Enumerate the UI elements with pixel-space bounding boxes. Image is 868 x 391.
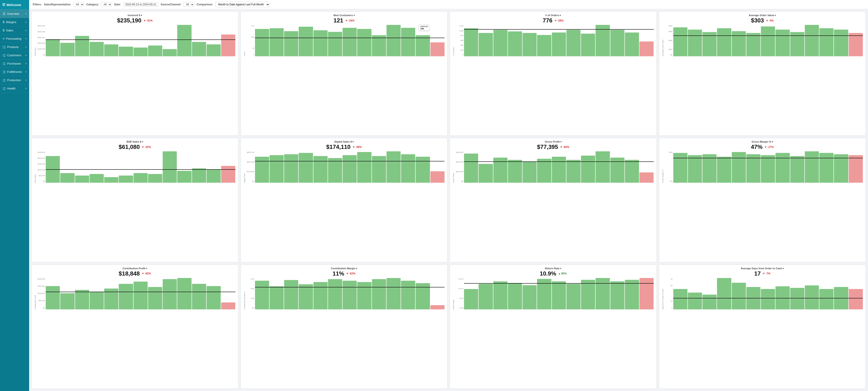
y-axis-title-avg_order_value: Average Order Value: [662, 25, 664, 56]
sidebar-label-forecasting: Forecasting: [6, 37, 21, 40]
y-axis-label: $50,000: [38, 300, 45, 302]
y-axis-contribution_profit: $162,855$150,000$100,000$50,000$0: [36, 278, 46, 309]
sidebar-item-purchases[interactable]: ◫ Purchases ▾: [0, 59, 29, 68]
bar-7: [357, 29, 371, 56]
sidebar-item-products[interactable]: ◫ Products ▾: [0, 43, 29, 51]
y-axis-label: $0: [671, 54, 673, 56]
kpi-title-avg_order_value[interactable]: Average Order Value: [662, 14, 863, 17]
change-percent: -17%: [767, 146, 774, 149]
kpi-title-return_rate[interactable]: Return Rate: [453, 267, 654, 270]
y-axis-label: 200: [460, 49, 463, 51]
bar-11: [207, 44, 221, 56]
source-channel-select[interactable]: All: [184, 2, 194, 7]
kpi-title-num_orders[interactable]: # of Orders: [453, 14, 654, 17]
bar-11: [625, 160, 639, 183]
bar-11: [415, 35, 430, 56]
kpi-change-contribution_profit: ▼ -82%: [142, 272, 151, 275]
kpi-title-b2b_sales[interactable]: B2B Sales $: [34, 140, 236, 143]
y-axis-title-invoiced: Total Sales: [34, 25, 36, 56]
kpi-title-contribution_profit[interactable]: Contribution Profit: [34, 267, 236, 270]
y-axis-title-new_customers: Count: [244, 25, 246, 56]
bars-days_order_to_cash: [673, 278, 863, 309]
kpi-title-new_customers[interactable]: New Customers: [244, 14, 445, 17]
bar-5: [328, 158, 342, 183]
bar-10: [401, 154, 415, 183]
sidebar-item-production[interactable]: ◫ Production ▾: [0, 76, 29, 84]
y-axis-label: 13.8%: [458, 278, 463, 280]
health-icon: ◫: [3, 87, 6, 90]
bar-3: [717, 278, 731, 309]
comparison-select[interactable]: Month to Date Against Last Full Month: [215, 2, 270, 7]
kpi-title-invoiced[interactable]: Invoiced $: [34, 14, 236, 17]
chart-wrapper-gross_profit: Gross Profit $298,895$200,000$100,000$0: [453, 151, 654, 183]
kpi-title-gross_profit[interactable]: Gross Profit: [453, 140, 654, 143]
sidebar-item-customers[interactable]: ◫ Customers ▾: [0, 51, 29, 59]
sales-rep-select[interactable]: All: [73, 2, 84, 7]
down-arrow-icon: ▼: [763, 272, 765, 275]
sidebar-item-forecasting[interactable]: ≡ Forecasting ▾: [0, 34, 29, 43]
sidebar-item-sales[interactable]: $ Sales ▾: [0, 26, 29, 34]
bar-10: [819, 153, 834, 183]
kpi-title-contribution_margin[interactable]: Contribution Margin: [244, 267, 445, 270]
kpi-change-avg_order_value: ▼ -4%: [766, 19, 774, 22]
kpi-change-gross_profit: ▼ -60%: [560, 146, 569, 149]
bar-5: [119, 176, 133, 183]
y-axis-label: $529,580: [38, 25, 45, 27]
bar-0: [464, 154, 478, 183]
chart-area-digital_sales: [255, 151, 445, 183]
bar-2: [284, 31, 298, 56]
bars-gross_margin: [673, 151, 863, 183]
sidebar-item-health[interactable]: ◫ Health ▾: [0, 84, 29, 93]
sidebar-item-overview[interactable]: ☰ Overview ▾: [0, 10, 29, 18]
bar-3: [508, 160, 522, 183]
bar-11: [834, 30, 848, 56]
kpi-card-gross_margin: Gross Margin % 47% ▼ -17% Gross Margin %…: [659, 138, 866, 262]
bars-contribution_margin: [255, 278, 445, 309]
bars-b2b_sales: [46, 151, 236, 183]
y-axis-label: $200,000: [38, 157, 45, 159]
y-axis-new_customers: 170100500: [246, 25, 255, 56]
sidebar-item-margins[interactable]: $ Margins ▾: [0, 18, 29, 26]
sidebar-item-fulfillments[interactable]: ◫ Fulfillments ▾: [0, 68, 29, 76]
y-axis-label: $0: [461, 180, 463, 182]
sidebar-label-customers: Customers: [7, 54, 21, 57]
bar-0: [46, 39, 60, 56]
bars-return_rate: [464, 278, 654, 309]
bar-1: [688, 293, 702, 309]
y-axis-label: 1,156: [459, 25, 463, 27]
kpi-card-gross_profit: Gross Profit $77,395 ▼ -60% Gross Profit…: [450, 138, 657, 262]
y-axis-label: $50,000: [38, 175, 45, 177]
kpi-value-b2b_sales: $61,080: [119, 144, 140, 150]
bar-10: [819, 289, 834, 309]
y-axis-label: 5.0%: [459, 297, 463, 299]
bar-0: [673, 289, 687, 309]
chart-area-b2b_sales: [46, 151, 236, 183]
bar-1: [478, 284, 493, 309]
chart-wrapper-avg_order_value: Average Order Value $458$400$300$100$0: [662, 25, 863, 56]
customers-icon: ◫: [3, 53, 6, 57]
average-line-invoiced: [46, 39, 236, 40]
kpi-change-return_rate: ▲ 80%: [558, 272, 567, 275]
y-axis-num_orders: 1,1561,0008006004002000: [455, 25, 464, 56]
category-label: Category:: [86, 3, 99, 6]
kpi-title-gross_margin[interactable]: Gross Margin %: [662, 140, 863, 143]
chart-wrapper-digital_sales: Digital Total $289,702$200,000$100,000$0: [244, 151, 445, 183]
y-axis-label: 10%: [250, 297, 254, 299]
bar-10: [610, 30, 624, 56]
category-select[interactable]: All: [101, 2, 112, 7]
bar-9: [595, 25, 610, 56]
bar-8: [372, 156, 386, 183]
average-line-gross_margin: [673, 158, 863, 158]
bar-9: [805, 25, 819, 56]
y-axis-label: $300: [669, 39, 673, 41]
bar-2: [75, 176, 89, 183]
kpi-title-digital_sales[interactable]: Digital Sales $: [244, 140, 445, 143]
kpi-title-days_order_to_cash[interactable]: Average Days from Order to Cash: [662, 267, 863, 270]
bar-4: [313, 156, 328, 183]
bar-1: [478, 33, 493, 56]
date-filter-button[interactable]: 2023-05-23 to 2024-05-21: [123, 2, 158, 7]
bar-7: [566, 30, 581, 56]
kpi-card-invoiced: Invoiced $ $235,190 ▼ -31% Total Sales $…: [31, 11, 239, 136]
bar-8: [790, 288, 804, 309]
kpi-value-days_order_to_cash: 17: [754, 270, 761, 277]
